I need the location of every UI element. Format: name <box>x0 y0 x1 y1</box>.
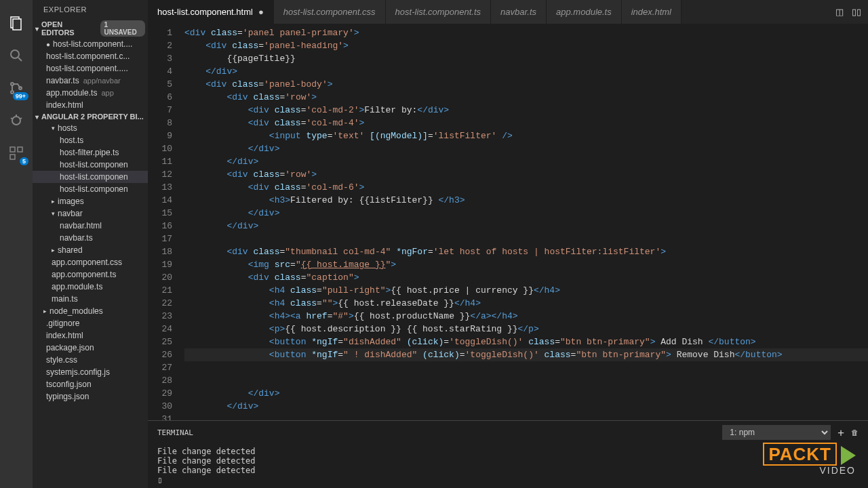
debug-icon[interactable] <box>0 104 33 137</box>
file-item[interactable]: app.component.ts <box>33 268 148 281</box>
file-item[interactable]: host.ts <box>33 134 148 146</box>
file-item[interactable]: main.ts <box>33 293 148 305</box>
extensions-icon[interactable]: 5 <box>0 137 33 169</box>
scm-badge: 99+ <box>13 92 28 100</box>
svg-line-3 <box>18 58 22 61</box>
open-editor-item[interactable]: navbar.tsapp/navbar <box>33 75 148 87</box>
tab[interactable]: app.module.ts <box>547 0 622 24</box>
more-icon[interactable]: ▯▯ <box>852 7 861 17</box>
project-header[interactable]: ▾ ANGULAR 2 PROPERTY BI... <box>33 111 148 122</box>
folder-item[interactable]: ▾navbar <box>33 207 148 220</box>
explorer-title: EXPLORER <box>33 0 148 19</box>
svg-point-4 <box>11 83 14 85</box>
svg-point-7 <box>12 117 20 125</box>
file-item[interactable]: host-list.componen <box>33 159 148 171</box>
file-item[interactable]: tsconfig.json <box>33 378 148 390</box>
kill-terminal-icon[interactable]: 🗑 <box>851 428 859 437</box>
file-item[interactable]: index.html <box>33 329 148 342</box>
open-editors-header[interactable]: ▾ OPEN EDITORS 1 UNSAVED <box>33 19 148 38</box>
file-item[interactable]: app.module.ts <box>33 281 148 293</box>
svg-rect-11 <box>10 147 15 152</box>
file-item[interactable]: package.json <box>33 342 148 354</box>
file-item[interactable]: systemjs.config.js <box>33 366 148 378</box>
svg-rect-12 <box>18 147 22 152</box>
file-item[interactable]: host-list.componen <box>33 171 148 183</box>
folder-item[interactable]: ▾hosts <box>33 122 148 134</box>
open-editor-item[interactable]: host-list.component.c... <box>33 50 148 62</box>
chevron-down-icon: ▾ <box>35 25 39 33</box>
unsaved-badge: 1 UNSAVED <box>100 20 145 37</box>
play-icon <box>841 446 856 465</box>
file-item[interactable]: host-list.componen <box>33 183 148 195</box>
file-item[interactable]: app.component.css <box>33 256 148 268</box>
file-item[interactable]: .gitignore <box>33 317 148 329</box>
file-item[interactable]: navbar.html <box>33 220 148 232</box>
explorer-icon[interactable] <box>0 7 33 39</box>
terminal-label: TERMINAL <box>157 428 193 437</box>
tab[interactable]: index.html <box>622 0 682 24</box>
file-item[interactable]: typings.json <box>33 390 148 403</box>
chevron-down-icon: ▾ <box>35 113 39 121</box>
tab-bar: host-list.component.htmlhost-list.compon… <box>148 0 868 24</box>
activity-bar: 99+ 5 <box>0 0 33 488</box>
terminal-select[interactable]: 1: npm <box>722 425 831 440</box>
tab[interactable]: host-list.component.css <box>274 0 386 24</box>
open-editor-item[interactable]: app.module.tsapp <box>33 87 148 99</box>
open-editor-item[interactable]: index.html <box>33 99 148 111</box>
tab[interactable]: host-list.component.html <box>148 0 274 24</box>
tab[interactable]: host-list.component.ts <box>386 0 491 24</box>
svg-point-2 <box>11 50 19 58</box>
file-item[interactable]: navbar.ts <box>33 232 148 244</box>
sidebar: EXPLORER ▾ OPEN EDITORS 1 UNSAVED host-l… <box>33 0 148 488</box>
ext-badge: 5 <box>20 157 28 165</box>
open-editor-item[interactable]: host-list.component.... <box>33 38 148 50</box>
search-icon[interactable] <box>0 39 33 72</box>
terminal-panel: TERMINAL 1: npm + 🗑 File change detected… <box>148 420 868 488</box>
folder-item[interactable]: ▸shared <box>33 244 148 256</box>
tab[interactable]: navbar.ts <box>491 0 547 24</box>
open-editor-item[interactable]: host-list.component..... <box>33 62 148 75</box>
svg-rect-1 <box>13 19 21 30</box>
split-editor-icon[interactable]: ◫ <box>835 7 844 17</box>
new-terminal-icon[interactable]: + <box>837 426 844 439</box>
svg-rect-13 <box>10 155 15 159</box>
scm-icon[interactable]: 99+ <box>0 72 33 104</box>
main-area: host-list.component.htmlhost-list.compon… <box>148 0 868 488</box>
file-item[interactable]: style.css <box>33 354 148 366</box>
folder-item[interactable]: ▸images <box>33 195 148 207</box>
editor[interactable]: 1234567891011121314151617181920212223242… <box>148 24 868 420</box>
file-item[interactable]: host-filter.pipe.ts <box>33 146 148 159</box>
watermark: PACKT VIDEO <box>763 444 856 476</box>
folder-item[interactable]: ▸node_modules <box>33 305 148 317</box>
